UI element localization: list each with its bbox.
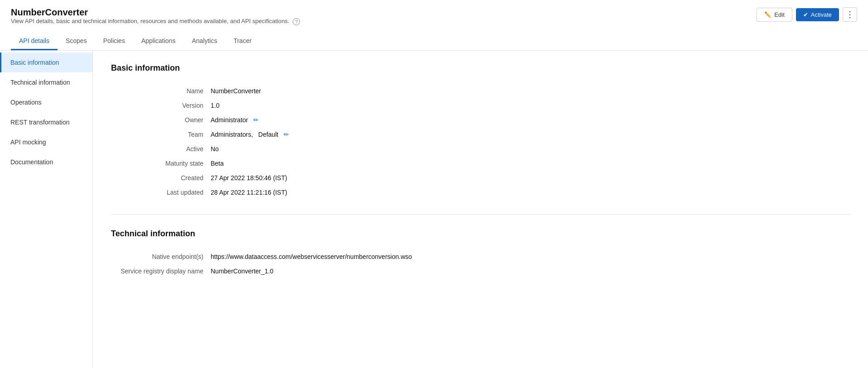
tab-bar: API details Scopes Policies Applications… bbox=[11, 33, 857, 50]
header-title-area: NumberConverter View API details, basic … bbox=[11, 7, 300, 31]
sidebar: Basic information Technical information … bbox=[0, 51, 93, 368]
tab-policies[interactable]: Policies bbox=[95, 33, 133, 50]
technical-information-table: Native endpoint(s) https://www.dataacces… bbox=[111, 249, 850, 278]
header-actions: ✏️ Edit ✔ Activate ⋮ bbox=[757, 7, 857, 22]
field-team-value: Administrators, Default ✏ bbox=[211, 127, 850, 142]
field-owner: Owner Administrator ✏ bbox=[111, 113, 850, 127]
more-options-button[interactable]: ⋮ bbox=[843, 7, 857, 22]
field-native-endpoint-value: https://www.dataaccess.com/webservicesse… bbox=[211, 249, 850, 264]
field-version-value: 1.0 bbox=[211, 98, 850, 113]
tab-scopes[interactable]: Scopes bbox=[58, 33, 95, 50]
sidebar-item-api-mocking[interactable]: API mocking bbox=[0, 132, 92, 152]
activate-check-icon: ✔ bbox=[803, 11, 808, 18]
field-name: Name NumberConverter bbox=[111, 84, 850, 98]
main-content: Basic information Name NumberConverter V… bbox=[93, 51, 868, 368]
section-divider bbox=[111, 214, 850, 215]
field-owner-value: Administrator ✏ bbox=[211, 113, 850, 127]
basic-information-table: Name NumberConverter Version 1.0 Owner A… bbox=[111, 84, 850, 200]
field-service-registry: Service registry display name NumberConv… bbox=[111, 264, 850, 278]
field-maturity-state-value: Beta bbox=[211, 156, 850, 171]
field-native-endpoint-label: Native endpoint(s) bbox=[111, 249, 211, 264]
page-title: NumberConverter bbox=[11, 7, 300, 18]
tab-api-details[interactable]: API details bbox=[11, 33, 58, 50]
field-team: Team Administrators, Default ✏ bbox=[111, 127, 850, 142]
field-active-label: Active bbox=[111, 142, 211, 156]
technical-information-title: Technical information bbox=[111, 229, 850, 239]
more-icon: ⋮ bbox=[846, 10, 854, 19]
field-maturity-state: Maturity state Beta bbox=[111, 156, 850, 171]
field-created-value: 27 Apr 2022 18:50:46 (IST) bbox=[211, 171, 850, 185]
field-active: Active No bbox=[111, 142, 850, 156]
help-icon[interactable]: ? bbox=[293, 18, 300, 25]
page-subtitle: View API details, basic and technical in… bbox=[11, 18, 300, 25]
basic-information-section: Basic information Name NumberConverter V… bbox=[111, 63, 850, 200]
field-last-updated-label: Last updated bbox=[111, 185, 211, 200]
tab-analytics[interactable]: Analytics bbox=[183, 33, 225, 50]
edit-button[interactable]: ✏️ Edit bbox=[757, 8, 792, 22]
field-created-label: Created bbox=[111, 171, 211, 185]
field-owner-label: Owner bbox=[111, 113, 211, 127]
team-edit-icon[interactable]: ✏ bbox=[284, 131, 289, 138]
field-version: Version 1.0 bbox=[111, 98, 850, 113]
field-active-value: No bbox=[211, 142, 850, 156]
activate-button[interactable]: ✔ Activate bbox=[796, 8, 839, 21]
field-created: Created 27 Apr 2022 18:50:46 (IST) bbox=[111, 171, 850, 185]
sidebar-item-documentation[interactable]: Documentation bbox=[0, 152, 92, 172]
tab-applications[interactable]: Applications bbox=[133, 33, 184, 50]
sidebar-item-basic-information[interactable]: Basic information bbox=[0, 53, 92, 72]
sidebar-item-rest-transformation[interactable]: REST transformation bbox=[0, 112, 92, 132]
owner-edit-icon[interactable]: ✏ bbox=[253, 116, 259, 124]
field-version-label: Version bbox=[111, 98, 211, 113]
field-last-updated-value: 28 Apr 2022 11:21:16 (IST) bbox=[211, 185, 850, 200]
tab-tracer[interactable]: Tracer bbox=[225, 33, 260, 50]
field-native-endpoint: Native endpoint(s) https://www.dataacces… bbox=[111, 249, 850, 264]
main-layout: Basic information Technical information … bbox=[0, 51, 868, 368]
field-last-updated: Last updated 28 Apr 2022 11:21:16 (IST) bbox=[111, 185, 850, 200]
basic-information-title: Basic information bbox=[111, 63, 850, 73]
edit-pencil-icon: ✏️ bbox=[764, 11, 772, 18]
field-service-registry-label: Service registry display name bbox=[111, 264, 211, 278]
field-name-label: Name bbox=[111, 84, 211, 98]
sidebar-item-technical-information[interactable]: Technical information bbox=[0, 72, 92, 92]
field-name-value: NumberConverter bbox=[211, 84, 850, 98]
field-team-label: Team bbox=[111, 127, 211, 142]
field-service-registry-value: NumberConverter_1.0 bbox=[211, 264, 850, 278]
technical-information-section: Technical information Native endpoint(s)… bbox=[111, 229, 850, 278]
sidebar-item-operations[interactable]: Operations bbox=[0, 92, 92, 112]
page-header: NumberConverter View API details, basic … bbox=[0, 0, 868, 51]
field-maturity-state-label: Maturity state bbox=[111, 156, 211, 171]
